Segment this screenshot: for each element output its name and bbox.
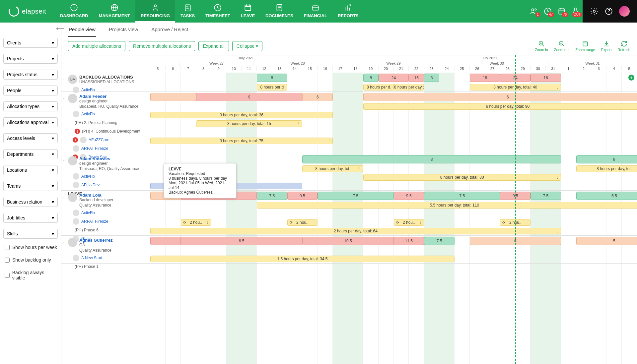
allocation-bar[interactable]: 3 hours per day, total: 75⋮ [150,138,333,144]
allocation-bar[interactable]: 10.5 [302,237,393,245]
expand-all-button[interactable]: Expand all [198,41,229,51]
project-link[interactable]: ActivFix [81,211,95,215]
allocation-bar[interactable]: 3 hours per day, total: 15⋮ [196,120,303,127]
allocation-bar[interactable]: 9.5 [394,192,424,200]
allocation-bar[interactable]: 8 [424,74,439,82]
check-show-hours-per-week[interactable]: Show hours per week [3,245,58,250]
allocation-bar[interactable]: 7.5 [424,237,455,245]
expand-icon[interactable]: ↓ [63,238,68,244]
filter-business-relation[interactable]: Business relation▾ [3,197,58,207]
filter-job-titles[interactable]: Job titles▾ [3,213,58,223]
calendar-notif-icon[interactable]: 76 [557,7,566,16]
project-link[interactable]: ActivFix [81,88,95,92]
nav-management[interactable]: MANAGEMENT [93,0,135,23]
allocation-bar[interactable]: 16 [470,74,500,82]
allocation-bar[interactable]: 7.5 [257,192,287,200]
expand-icon[interactable]: ↓ [63,75,68,81]
tab-people-view[interactable]: People view [68,23,96,37]
zoom-out-button[interactable]: Zoom out [554,40,569,52]
filter-teams[interactable]: Teams▾ [3,181,58,191]
allocation-bar[interactable]: 5.5 hours per day, total: 110⋮ [257,202,637,209]
allocation-bar[interactable]: 8 [576,155,637,163]
project-link[interactable]: A New Start [81,256,102,260]
allocation-bar[interactable]: 8 [363,74,379,82]
allocation-bar[interactable]: 9.5 [287,192,318,200]
allocation-bar[interactable]: 6.5 [181,237,303,245]
project-link[interactable]: ActivFix [81,174,95,179]
allocation-bar[interactable]: 6 hours per day, total: 90⋮ [363,103,637,110]
project-link[interactable]: AFuzzDev [81,183,100,187]
filter-allocations-approval[interactable]: Allocations approval▾ [3,117,58,127]
sidebar-collapse-icon[interactable]: ⟵ [56,25,65,32]
allocation-bar[interactable]: 8 hours per day, tot.⋮ [576,165,637,172]
filter-allocation-types[interactable]: Allocation types▾ [3,101,58,111]
nav-resourcing[interactable]: RESOURCING [135,0,175,23]
allocation-bar[interactable]: 11.5 [394,237,424,245]
allocation-bar[interactable]: 8 hours per d⋮ [363,84,394,91]
brand[interactable]: elapseit [0,0,55,23]
settings-icon[interactable] [590,7,599,16]
allocation-bar[interactable]: 24 [379,74,409,82]
allocation-bar[interactable]: 8 [257,74,287,82]
allocation-bar[interactable]: 5 [576,237,637,245]
person-name[interactable]: Adam Knowles [79,156,150,161]
filter-projects-status[interactable]: Projects status▾ [3,70,58,80]
allocation-bar[interactable]: 1.5 hours per day, total: 34.5⋮ [150,256,455,262]
person-name[interactable]: Agnes Gutierrez [79,238,150,243]
allocation-bar[interactable]: 2 hours per day, total: 64⋮ [150,228,561,234]
allocation-bar[interactable]: ⟳2 hou..⋮ [394,219,424,226]
filter-departments[interactable]: Departments▾ [3,149,58,159]
nav-timesheet[interactable]: TIMESHEET [200,0,235,23]
allocation-bar[interactable]: 5.5 [576,192,637,200]
project-link[interactable]: ARPAT Firenze [81,219,108,224]
export-button[interactable]: Export [601,40,612,52]
check-show-backlog-only[interactable]: Show backlog only [3,257,58,263]
person-name[interactable]: Adam Lola [79,193,150,198]
nav-dashboard[interactable]: DASHBOARD [55,0,94,23]
nav-documents[interactable]: DOCUMENTS [260,0,299,23]
filter-skills[interactable]: Skills▾ [3,229,58,239]
filter-locations[interactable]: Locations▾ [3,165,58,175]
users-notif-icon[interactable]: 1 [530,7,538,16]
tab-projects-view[interactable]: Projects view [108,23,139,37]
nav-tasks[interactable]: TASKS [175,0,200,23]
refresh-button[interactable]: Refresh [617,40,630,52]
filter-projects[interactable]: Projects▾ [3,54,58,64]
allocation-bar[interactable]: 16 [409,74,424,82]
zoom-in-button[interactable]: Zoom in [535,40,548,52]
allocation-bar[interactable]: ⟳2 hou..⋮ [181,219,211,226]
out-notif-icon[interactable]: OUT [571,7,580,16]
allocation-bar[interactable]: 8 hours per day, tot.⋮ [302,165,363,172]
project-link[interactable]: ARPAT Firenze [81,146,108,151]
allocation-bar[interactable]: 9 [196,93,303,101]
expand-icon[interactable]: ↓ [63,156,68,162]
expand-icon[interactable]: ↓ [63,94,68,100]
help-icon[interactable] [604,7,613,16]
nav-leave[interactable]: LEAVE [236,0,260,23]
collapse-button[interactable]: Collapse▾ [232,41,262,51]
project-link[interactable]: AFuZZCore [89,138,109,142]
person-name[interactable]: BACKLOG ALLOCATIONS [79,75,150,80]
expand-icon[interactable]: ↓ [63,193,68,199]
add-allocations-button[interactable]: Add multiple allocations [68,41,125,51]
tab-approve-reject[interactable]: Approve / Reject [151,23,189,37]
allocation-bar[interactable]: 16 [531,74,561,82]
allocation-bar[interactable]: 7.5 [318,192,393,200]
allocation-bar[interactable]: 3 hours per day, total: 36⋮ [150,112,333,118]
allocation-bar[interactable]: 8 hours per d⋮ [257,84,287,91]
zoom-range-button[interactable]: Zoom range [575,40,595,52]
nav-financial[interactable]: FINANCIAL [299,0,332,23]
filter-clients[interactable]: Clients▾ [3,38,58,48]
allocation-bar[interactable]: 7.5 [531,192,561,200]
allocation-bar[interactable]: ⟳2 hou..⋮ [287,219,318,226]
allocation-bar[interactable]: 8 hours per day, total: 80⋮ [363,174,561,181]
user-avatar[interactable] [619,6,630,17]
allocation-bar[interactable]: 7.5 [424,192,500,200]
remove-allocations-button[interactable]: Remove multiple allocations [129,41,195,51]
person-name[interactable]: Adam Feeder [79,94,150,99]
pending-notif-icon[interactable]: 47 [543,7,552,16]
allocation-bar[interactable]: 6 [302,93,333,101]
check-backlog-always-visible[interactable]: Backlog always visible [3,270,58,280]
allocation-bar[interactable]: 8 [302,155,561,163]
allocation-bar[interactable]: 8 hours per day,t⋮ [394,84,424,91]
